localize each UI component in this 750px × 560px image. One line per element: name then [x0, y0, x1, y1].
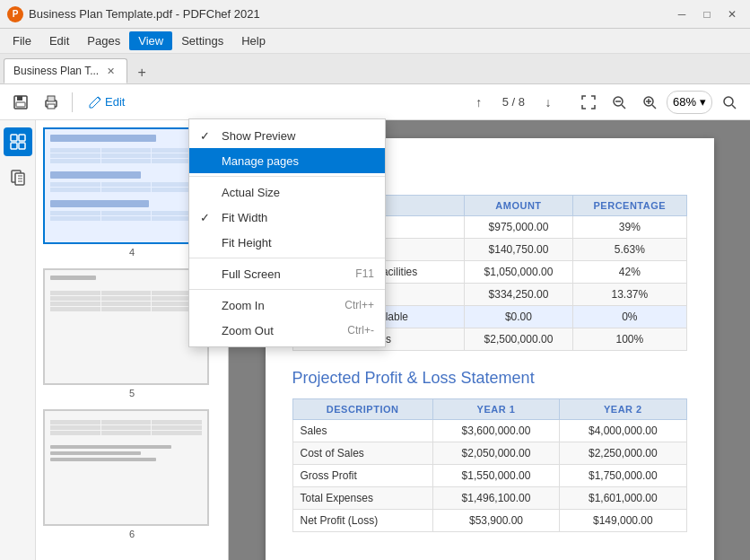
startup-col-amount: AMOUNT [464, 196, 572, 216]
menu-fit-width[interactable]: ✓ Fit Width [189, 205, 385, 230]
zoom-dropdown-icon: ▾ [700, 95, 706, 109]
tab-document[interactable]: Business Plan T... ✕ [4, 58, 127, 83]
menu-help[interactable]: Help [232, 31, 275, 50]
svg-rect-18 [19, 143, 25, 149]
new-tab-button[interactable]: + [131, 62, 153, 83]
profit-table: DESCRIPTION YEAR 1 YEAR 2 Sales$3,600,00… [292, 398, 687, 532]
menu-fit-height[interactable]: Fit Height [189, 230, 385, 255]
zoom-out-button[interactable] [606, 89, 632, 116]
svg-rect-4 [48, 96, 55, 101]
svg-rect-16 [19, 135, 25, 141]
app-icon: P [7, 6, 23, 22]
menu-bar: File Edit Pages View Settings Help [0, 29, 750, 54]
svg-rect-5 [48, 104, 55, 109]
fit-width-label: Fit Width [222, 211, 267, 224]
profit-col-desc: DESCRIPTION [292, 399, 432, 420]
table-row: Gross Profit$1,550,000.00$1,750,000.00 [292, 465, 686, 487]
zoom-in-shortcut: Ctrl++ [344, 299, 374, 311]
zoom-value: 68% [673, 95, 696, 109]
print-button[interactable] [38, 89, 65, 116]
full-screen-label: Full Screen [222, 267, 281, 281]
fit-width-check: ✓ [200, 211, 214, 224]
startup-col-pct: PERCENTAGE [573, 196, 686, 216]
profit-col-year2: YEAR 2 [560, 399, 686, 420]
thumbnail-5-image [43, 268, 209, 385]
view-dropdown-menu: ✓ Show Preview Manage pages Actual Size … [188, 118, 386, 347]
thumbnails-panel-button[interactable] [4, 127, 32, 156]
fit-page-button[interactable] [575, 89, 602, 116]
page-down-button[interactable]: ↓ [536, 90, 561, 115]
thumbnail-6-image [43, 409, 209, 526]
window-controls: ─ □ ✕ [671, 5, 743, 23]
menu-zoom-in[interactable]: Zoom In Ctrl++ [189, 293, 385, 318]
fit-height-label: Fit Height [222, 236, 272, 249]
menu-manage-pages[interactable]: Manage pages [189, 148, 385, 173]
minimize-button[interactable]: ─ [671, 5, 693, 23]
full-screen-shortcut: F11 [355, 267, 374, 280]
save-button[interactable] [7, 89, 34, 116]
svg-line-14 [732, 105, 736, 109]
window-title: Business Plan Template.pdf - PDFChef 202… [29, 7, 260, 21]
edit-button[interactable]: Edit [80, 92, 134, 112]
menu-settings[interactable]: Settings [172, 31, 232, 50]
thumbnail-5-num: 5 [43, 388, 221, 398]
menu-edit[interactable]: Edit [40, 31, 78, 50]
menu-pages[interactable]: Pages [78, 31, 129, 50]
toolbar: Edit ↑ 5 / 8 ↓ 68% ▾ [0, 84, 750, 120]
thumb-line [50, 135, 156, 142]
maximize-button[interactable]: □ [696, 5, 718, 23]
table-row: Sales$3,600,000.00$4,000,000.00 [292, 420, 686, 442]
left-panels [0, 120, 36, 560]
svg-rect-17 [11, 143, 17, 149]
svg-rect-2 [16, 102, 25, 107]
svg-line-7 [622, 105, 625, 109]
menu-zoom-out[interactable]: Zoom Out Ctrl+- [189, 318, 385, 343]
svg-rect-15 [11, 135, 17, 141]
zoom-out-shortcut: Ctrl+- [347, 324, 374, 337]
menu-separator-2 [189, 258, 385, 258]
profit-title: Projected Profit & Loss Statement [292, 369, 687, 388]
close-button[interactable]: ✕ [721, 5, 743, 23]
zoom-out-label: Zoom Out [222, 324, 274, 337]
thumbnail-6-num: 6 [43, 529, 221, 539]
zoom-selector[interactable]: 68% ▾ [667, 91, 712, 114]
table-row: Net Profit (Loss)$53,900.00$149,000.00 [292, 510, 686, 532]
menu-separator-3 [189, 289, 385, 290]
svg-point-13 [724, 97, 733, 106]
page-info: 5 / 8 [495, 95, 532, 109]
pages-panel-button[interactable] [4, 163, 32, 192]
search-button[interactable] [716, 89, 743, 116]
manage-pages-label: Manage pages [222, 154, 299, 168]
profit-section: Projected Profit & Loss Statement DESCRI… [292, 369, 687, 532]
tab-close-button[interactable]: ✕ [104, 65, 118, 78]
separator-1 [72, 92, 73, 112]
edit-label: Edit [105, 95, 125, 109]
menu-separator-1 [189, 176, 385, 177]
svg-rect-1 [17, 96, 22, 101]
menu-view[interactable]: View [129, 31, 172, 50]
menu-full-screen[interactable]: Full Screen F11 [189, 261, 385, 286]
thumbnail-6[interactable]: 6 [43, 409, 221, 539]
title-bar: P Business Plan Template.pdf - PDFChef 2… [0, 0, 750, 29]
menu-show-preview[interactable]: ✓ Show Preview [189, 123, 385, 148]
tab-label: Business Plan T... [13, 65, 99, 77]
zoom-in-label: Zoom In [222, 299, 265, 312]
table-row: Total Expenses$1,496,100.00$1,601,000.00 [292, 487, 686, 510]
show-preview-label: Show Preview [222, 129, 295, 143]
zoom-in-button[interactable] [636, 89, 663, 116]
table-row: Cost of Sales$2,050,000.00$2,250,000.00 [292, 442, 686, 465]
svg-line-10 [652, 105, 656, 109]
menu-actual-size[interactable]: Actual Size [189, 179, 385, 205]
tab-bar: Business Plan T... ✕ + [0, 54, 750, 84]
menu-file[interactable]: File [4, 31, 40, 50]
thumbnail-4-image [43, 127, 209, 244]
page-up-button[interactable]: ↑ [467, 90, 492, 115]
actual-size-label: Actual Size [222, 186, 280, 199]
main-area: 4 5 [0, 120, 750, 560]
profit-col-year1: YEAR 1 [432, 399, 559, 420]
show-preview-check: ✓ [200, 129, 214, 143]
